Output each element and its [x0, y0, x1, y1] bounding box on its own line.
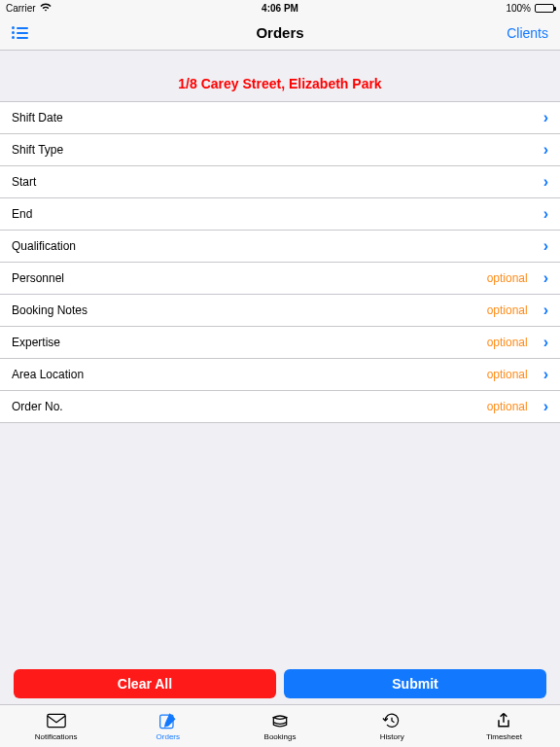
row-expertise[interactable]: Expertise optional ›	[0, 327, 560, 359]
tab-notifications[interactable]: Notifications	[0, 705, 112, 747]
row-label: Qualification	[12, 239, 528, 253]
envelope-icon	[47, 712, 66, 731]
tab-label: Orders	[157, 732, 180, 741]
chevron-right-icon: ›	[543, 302, 548, 319]
row-personnel[interactable]: Personnel optional ›	[0, 263, 560, 295]
compose-icon	[158, 712, 178, 731]
tab-label: History	[380, 732, 404, 741]
row-label: End	[12, 207, 528, 221]
row-end[interactable]: End ›	[0, 198, 560, 231]
row-shift-date[interactable]: Shift Date ›	[0, 102, 560, 134]
menu-list-icon[interactable]	[12, 26, 28, 39]
battery-icon	[535, 4, 554, 13]
row-value: optional	[487, 303, 528, 317]
clients-link[interactable]: Clients	[507, 25, 548, 41]
row-value: optional	[487, 368, 528, 381]
book-stack-icon	[270, 712, 290, 731]
row-qualification[interactable]: Qualification ›	[0, 231, 560, 263]
row-value: optional	[487, 336, 528, 349]
chevron-right-icon: ›	[543, 109, 548, 126]
row-value: optional	[487, 400, 528, 413]
chevron-right-icon: ›	[543, 334, 548, 351]
row-label: Personnel	[12, 271, 487, 285]
tab-label: Timesheet	[486, 732, 522, 741]
carrier-label: Carrier	[6, 3, 36, 14]
nav-bar: Orders Clients	[0, 16, 560, 51]
battery-percent: 100%	[506, 3, 531, 14]
row-label: Start	[12, 175, 528, 189]
share-icon	[494, 712, 513, 731]
chevron-right-icon: ›	[543, 205, 548, 223]
row-label: Shift Type	[12, 143, 528, 157]
status-time: 4:06 PM	[262, 3, 298, 14]
address-header: 1/8 Carey Street, Elizabeth Park	[0, 51, 560, 101]
row-label: Booking Notes	[12, 303, 487, 317]
row-label: Order No.	[12, 400, 487, 413]
chevron-right-icon: ›	[543, 366, 548, 383]
chevron-right-icon: ›	[543, 237, 548, 255]
row-shift-type[interactable]: Shift Type ›	[0, 134, 560, 166]
tab-label: Notifications	[35, 732, 78, 741]
tab-bookings[interactable]: Bookings	[224, 705, 335, 747]
row-label: Expertise	[12, 336, 487, 349]
tab-label: Bookings	[264, 732, 297, 741]
svg-rect-0	[47, 714, 64, 727]
row-label: Shift Date	[12, 111, 528, 124]
row-area-location[interactable]: Area Location optional ›	[0, 359, 560, 391]
wifi-icon	[40, 3, 52, 14]
row-booking-notes[interactable]: Booking Notes optional ›	[0, 295, 560, 327]
button-row: Clear All Submit	[0, 669, 560, 698]
chevron-right-icon: ›	[543, 173, 548, 191]
submit-button[interactable]: Submit	[284, 669, 546, 698]
chevron-right-icon: ›	[543, 269, 548, 287]
chevron-right-icon: ›	[543, 141, 548, 159]
form-list: Shift Date › Shift Type › Start › End › …	[0, 101, 560, 423]
history-icon	[382, 712, 402, 731]
tab-bar: Notifications Orders Bookings History Ti…	[0, 704, 560, 747]
page-title: Orders	[256, 24, 303, 41]
chevron-right-icon: ›	[543, 398, 548, 415]
status-bar: Carrier 4:06 PM 100%	[0, 0, 560, 16]
tab-timesheet[interactable]: Timesheet	[448, 705, 560, 747]
tab-orders[interactable]: Orders	[112, 705, 224, 747]
tab-history[interactable]: History	[336, 705, 448, 747]
row-label: Area Location	[12, 368, 487, 381]
clear-all-button[interactable]: Clear All	[14, 669, 276, 698]
row-start[interactable]: Start ›	[0, 166, 560, 198]
row-order-no[interactable]: Order No. optional ›	[0, 391, 560, 423]
row-value: optional	[487, 271, 528, 285]
